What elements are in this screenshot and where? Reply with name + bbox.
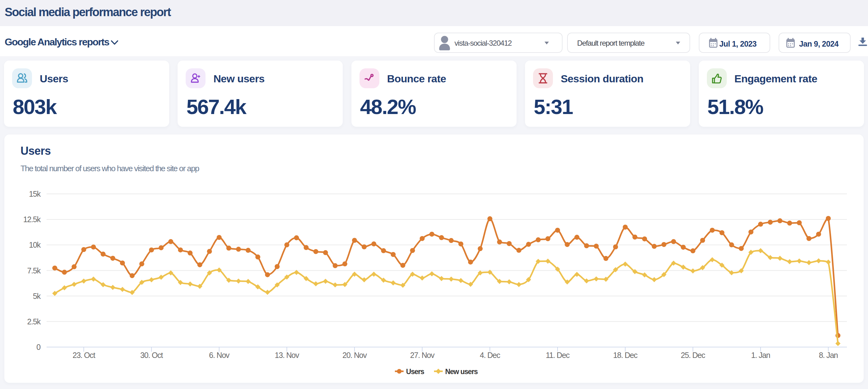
svg-text:15k: 15k <box>29 190 41 198</box>
svg-text:23. Oct: 23. Oct <box>73 351 95 360</box>
svg-text:6. Nov: 6. Nov <box>209 351 230 360</box>
svg-text:30. Oct: 30. Oct <box>140 351 163 360</box>
svg-text:13. Nov: 13. Nov <box>275 351 299 360</box>
svg-text:New users: New users <box>445 367 478 376</box>
svg-text:12.5k: 12.5k <box>23 215 41 224</box>
svg-text:0: 0 <box>36 343 40 352</box>
svg-text:5k: 5k <box>33 292 41 301</box>
svg-text:11. Dec: 11. Dec <box>546 351 570 360</box>
svg-text:27. Nov: 27. Nov <box>410 351 435 360</box>
svg-text:2.5k: 2.5k <box>27 317 41 326</box>
svg-text:10k: 10k <box>29 241 41 249</box>
svg-text:18. Dec: 18. Dec <box>613 351 637 360</box>
svg-text:8. Jan: 8. Jan <box>819 351 838 360</box>
svg-text:25. Dec: 25. Dec <box>681 351 705 360</box>
svg-text:7.5k: 7.5k <box>27 266 41 275</box>
svg-text:4. Dec: 4. Dec <box>479 351 500 360</box>
svg-text:20. Nov: 20. Nov <box>342 351 367 360</box>
svg-text:Users: Users <box>406 367 424 376</box>
svg-text:1. Jan: 1. Jan <box>751 351 770 360</box>
